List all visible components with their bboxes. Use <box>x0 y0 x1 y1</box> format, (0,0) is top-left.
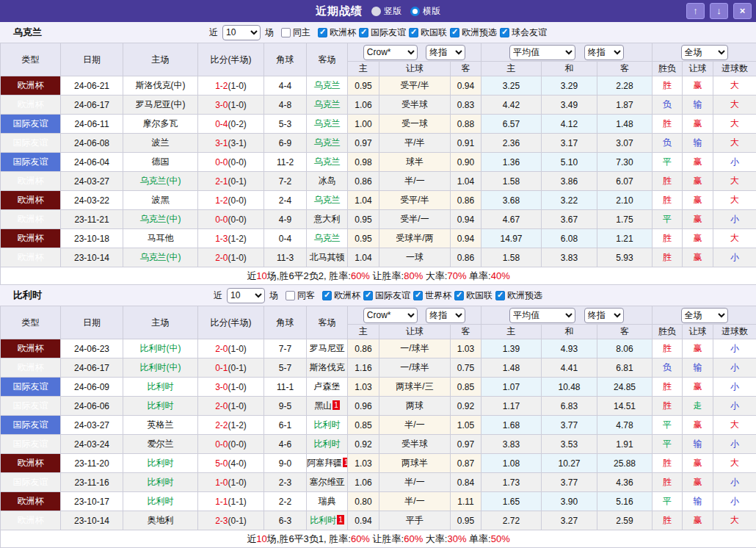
score-cell: 0-0(0-0) <box>198 435 264 454</box>
match-date-cell: 24-06-08 <box>61 134 123 153</box>
league-checkbox[interactable] <box>318 28 327 37</box>
home-team-cell: 斯洛伐克(中) <box>123 76 198 95</box>
home-odds-cell: 1.06 <box>348 473 379 492</box>
corners-cell: 4-6 <box>264 435 307 454</box>
league-filter[interactable]: 球会友谊 <box>500 26 547 39</box>
team-name-text: 黑山 <box>314 400 332 411</box>
league-filter[interactable]: 欧洲预选 <box>495 289 542 302</box>
final-score: 0-0 <box>215 214 228 225</box>
half-time-score: (3-1) <box>228 138 247 148</box>
scope-select[interactable]: 全场 <box>681 308 728 323</box>
sub-header-goals: 进球数 <box>713 62 756 76</box>
layout-option-vertical[interactable]: 竖版 <box>371 5 401 18</box>
away-team-cell: 乌克兰 <box>307 191 348 210</box>
away-team-cell: 比利时 <box>307 435 348 454</box>
odds-stage-select[interactable]: 终指 <box>426 45 465 60</box>
goals-result-cell: 大 <box>713 416 756 435</box>
half-time-score: (0-0) <box>228 157 247 167</box>
avg-draw-cell: 3.27 <box>542 511 597 530</box>
final-score: 2-0 <box>215 344 228 354</box>
col-header-corners: 角球 <box>264 306 307 339</box>
handicap-cell: 半/一 <box>379 492 451 511</box>
league-filter[interactable]: 欧国联 <box>454 289 493 302</box>
league-filter[interactable]: 国际友谊 <box>363 289 410 302</box>
avg-home-cell: 3.68 <box>481 191 542 210</box>
team-name-text: 乌克兰 <box>314 233 341 243</box>
vertical-layout-label: 竖版 <box>384 5 401 18</box>
league-checkbox[interactable] <box>454 291 464 300</box>
summary-value: 50% <box>491 533 510 544</box>
summary-value: 60% <box>351 533 370 544</box>
result-cell: 平 <box>653 416 683 435</box>
same-venue-checkbox[interactable] <box>281 28 291 37</box>
scope-select[interactable]: 全场 <box>681 45 728 60</box>
horizontal-layout-radio[interactable] <box>410 7 420 16</box>
league-checkbox[interactable] <box>495 291 505 300</box>
average-select[interactable]: 平均值 <box>509 45 575 60</box>
same-venue-checkbox[interactable] <box>286 291 295 300</box>
match-row: 国际友谊24-06-08波兰3-1(3-1)6-9乌克兰0.97平/半0.912… <box>1 134 756 153</box>
league-checkbox[interactable] <box>359 28 368 37</box>
handicap-result-cell: 赢 <box>683 339 713 358</box>
league-filter[interactable]: 欧洲杯 <box>322 289 360 302</box>
same-venue-filter[interactable]: 同主 <box>281 26 310 39</box>
close-icon: × <box>740 5 746 16</box>
move-down-button[interactable]: ↓ <box>710 3 728 19</box>
avg-home-cell: 4.67 <box>481 210 542 229</box>
team-section: 比利时 近 10 场 同客 欧洲杯国际友谊世界杯欧国联欧洲预选 <box>0 285 756 548</box>
league-checkbox[interactable] <box>322 291 332 300</box>
summary-value: 60% <box>351 270 370 281</box>
layout-option-horizontal[interactable]: 横版 <box>410 5 440 18</box>
league-filter[interactable]: 欧洲杯 <box>318 26 356 39</box>
match-date-cell: 24-06-17 <box>61 358 123 378</box>
team-section: 乌克兰 近 10 场 同主 欧洲杯国际友谊欧国联欧洲预选球会友谊 <box>0 22 756 285</box>
average-stage-select[interactable]: 终指 <box>584 308 624 323</box>
bookmaker-select[interactable]: Crow* <box>363 45 418 60</box>
same-venue-filter[interactable]: 同客 <box>286 289 315 302</box>
match-row: 欧洲杯23-10-18马耳他1-3(1-2)0-4乌克兰0.95受球半/两0.9… <box>1 229 756 248</box>
bookmaker-select[interactable]: Crow* <box>363 308 418 323</box>
league-filter[interactable]: 国际友谊 <box>359 26 406 39</box>
avg-home-cell: 1.58 <box>481 172 542 191</box>
league-filter[interactable]: 欧国联 <box>409 26 447 39</box>
avg-draw-cell: 3.77 <box>542 416 597 435</box>
league-checkbox[interactable] <box>450 28 459 37</box>
league-filter[interactable]: 欧洲预选 <box>450 26 497 39</box>
vertical-layout-radio[interactable] <box>371 7 381 16</box>
match-count-select[interactable]: 10 <box>227 288 265 303</box>
sub-header-avg-away: 客 <box>597 62 653 76</box>
summary-label: 近 <box>247 533 256 544</box>
handicap-result-cell: 赢 <box>683 248 713 267</box>
half-time-score: (1-0) <box>228 382 247 392</box>
handicap-result-cell: 赢 <box>683 76 713 95</box>
horizontal-layout-label: 横版 <box>423 5 440 18</box>
odds-stage-select[interactable]: 终指 <box>426 308 465 323</box>
score-cell: 0-0(0-0) <box>198 210 264 229</box>
avg-draw-cell: 3.83 <box>542 248 597 267</box>
average-stage-select[interactable]: 终指 <box>584 45 624 60</box>
half-time-score: (1-0) <box>228 100 247 110</box>
home-team-cell: 罗马尼亚(中) <box>123 95 198 115</box>
avg-home-cell: 3.25 <box>481 76 542 95</box>
col-header-date: 日期 <box>61 43 123 76</box>
match-type-cell: 欧洲杯 <box>1 76 61 95</box>
average-select[interactable]: 平均值 <box>509 308 575 323</box>
team-name-text: 比利时 <box>148 458 174 468</box>
league-checkbox[interactable] <box>409 28 418 37</box>
home-team-cell: 乌克兰(中) <box>123 210 198 229</box>
move-up-button[interactable]: ↑ <box>686 3 705 19</box>
home-odds-cell: 1.00 <box>348 115 379 134</box>
avg-away-cell: 2.10 <box>597 191 653 210</box>
league-filter[interactable]: 世界杯 <box>413 289 451 302</box>
league-checkbox[interactable] <box>500 28 509 37</box>
league-checkbox[interactable] <box>363 291 373 300</box>
team-name-text: 德国 <box>152 156 170 167</box>
league-checkbox[interactable] <box>413 291 423 300</box>
close-button[interactable]: × <box>733 3 752 19</box>
home-team-cell: 比利时(中) <box>123 339 198 358</box>
match-count-select[interactable]: 10 <box>222 25 261 40</box>
home-team-cell: 比利时 <box>123 473 198 492</box>
half-time-score: (0-0) <box>228 214 247 225</box>
avg-away-cell: 4.36 <box>597 473 653 492</box>
summary-label: 单率: <box>466 270 490 281</box>
